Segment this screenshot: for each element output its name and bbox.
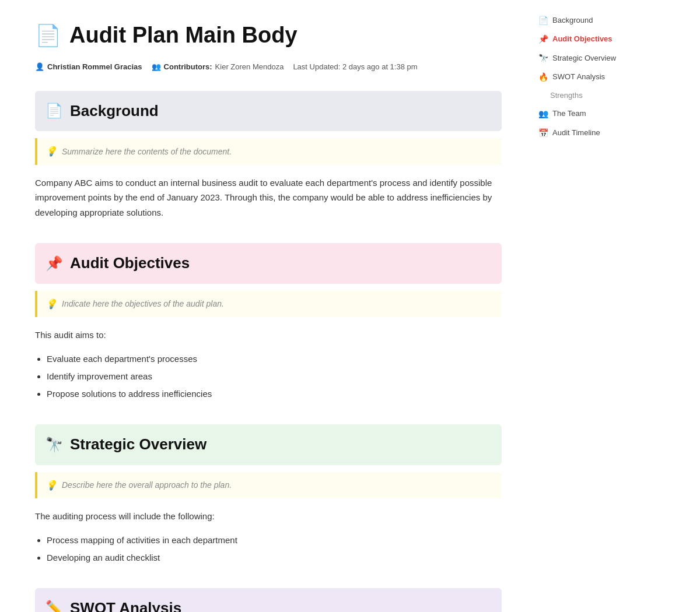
contributors-names: Kier Zoren Mendoza <box>215 61 284 73</box>
swot-title: SWOT Analysis <box>70 596 181 612</box>
sidebar-icon-audit-objectives: 📌 <box>538 33 548 45</box>
audit-objectives-list: Evaluate each department's processes Ide… <box>47 352 502 401</box>
author-icon: 👤 <box>35 61 44 73</box>
section-strategic-overview: 🔭 Strategic Overview 💡 Describe here the… <box>35 424 502 565</box>
background-icon: 📄 <box>46 100 63 122</box>
section-header-strategic-overview: 🔭 Strategic Overview <box>35 424 502 465</box>
sidebar: 📄 Background 📌 Audit Objectives 🔭 Strate… <box>525 0 653 612</box>
sidebar-label-background: Background <box>552 15 593 27</box>
author-name: Christian Rommel Gracias <box>47 61 142 73</box>
strategic-overview-icon: 🔭 <box>46 434 63 456</box>
background-title: Background <box>70 99 159 124</box>
audit-objectives-icon: 📌 <box>46 252 63 275</box>
sidebar-label-audit-timeline: Audit Timeline <box>552 127 600 139</box>
sidebar-icon-the-team: 👥 <box>538 107 548 120</box>
author-info: 👤 Christian Rommel Gracias <box>35 61 142 73</box>
sidebar-item-swot-analysis[interactable]: 🔥 SWOT Analysis <box>534 68 645 86</box>
audit-objectives-hint: 💡 Indicate here the objectives of the au… <box>35 291 502 318</box>
swot-icon: ✏️ <box>46 597 63 612</box>
hint-icon-background: 💡 <box>46 144 57 159</box>
background-body: Company ABC aims to conduct an internal … <box>35 175 502 220</box>
strategic-overview-list: Process mapping of activities in each de… <box>47 533 502 565</box>
sidebar-icon-audit-timeline: 📅 <box>538 126 548 139</box>
sidebar-icon-strategic-overview: 🔭 <box>538 52 548 65</box>
list-item: Identify improvement areas <box>47 370 502 384</box>
page-header: 📄 Audit Plan Main Body <box>35 17 502 53</box>
sidebar-label-audit-objectives: Audit Objectives <box>552 33 612 45</box>
audit-objectives-intro: This audit aims to: <box>35 328 502 343</box>
sidebar-icon-background: 📄 <box>538 14 548 27</box>
last-updated: Last Updated: 2 days ago at 1:38 pm <box>293 61 417 73</box>
sidebar-item-background[interactable]: 📄 Background <box>534 12 645 29</box>
contributors-label: Contributors: <box>164 61 212 73</box>
section-header-swot: ✏️ SWOT Analysis <box>35 588 502 612</box>
section-audit-objectives: 📌 Audit Objectives 💡 Indicate here the o… <box>35 243 502 401</box>
strategic-overview-intro: The auditing process will include the fo… <box>35 509 502 524</box>
list-item: Process mapping of activities in each de… <box>47 533 502 547</box>
page-icon: 📄 <box>35 19 61 52</box>
sidebar-icon-swot: 🔥 <box>538 71 548 83</box>
sidebar-label-swot: SWOT Analysis <box>552 71 605 83</box>
section-header-audit-objectives: 📌 Audit Objectives <box>35 243 502 284</box>
background-hint-text: Summarize here the contents of the docum… <box>62 145 232 158</box>
strategic-overview-title: Strategic Overview <box>70 432 206 457</box>
sidebar-label-the-team: The Team <box>552 108 586 120</box>
section-swot-analysis: ✏️ SWOT Analysis Strengths <box>35 588 502 612</box>
hint-icon-strategic: 💡 <box>46 478 57 493</box>
sidebar-item-audit-objectives[interactable]: 📌 Audit Objectives <box>534 30 645 48</box>
list-item: Developing an audit checklist <box>47 551 502 565</box>
page-title: Audit Plan Main Body <box>69 17 298 53</box>
strategic-overview-hint: 💡 Describe here the overall approach to … <box>35 472 502 499</box>
sidebar-item-strategic-overview[interactable]: 🔭 Strategic Overview <box>534 50 645 67</box>
contributors-info: 👥 Contributors: Kier Zoren Mendoza <box>152 61 284 73</box>
contributors-icon: 👥 <box>152 61 161 73</box>
sidebar-item-the-team[interactable]: 👥 The Team <box>534 105 645 122</box>
background-hint: 💡 Summarize here the contents of the doc… <box>35 138 502 165</box>
list-item: Evaluate each department's processes <box>47 352 502 366</box>
section-background: 📄 Background 💡 Summarize here the conten… <box>35 91 502 220</box>
section-header-background: 📄 Background <box>35 91 502 132</box>
sidebar-label-strategic-overview: Strategic Overview <box>552 52 616 65</box>
main-content: 📄 Audit Plan Main Body 👤 Christian Romme… <box>0 0 525 612</box>
strategic-overview-hint-text: Describe here the overall approach to th… <box>62 479 232 491</box>
audit-objectives-hint-text: Indicate here the objectives of the audi… <box>62 297 224 310</box>
audit-objectives-title: Audit Objectives <box>70 251 190 276</box>
sidebar-label-strengths: Strengths <box>550 90 583 102</box>
sidebar-item-audit-timeline[interactable]: 📅 Audit Timeline <box>534 124 645 142</box>
list-item: Propose solutions to address inefficienc… <box>47 387 502 401</box>
hint-icon-audit: 💡 <box>46 297 57 312</box>
meta-row: 👤 Christian Rommel Gracias 👥 Contributor… <box>35 61 502 73</box>
sidebar-item-strengths[interactable]: Strengths <box>534 87 645 104</box>
